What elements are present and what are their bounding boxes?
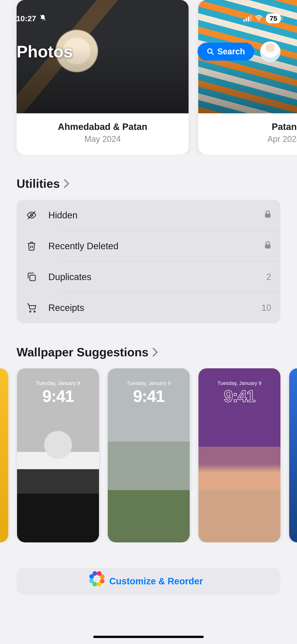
utility-row-recently-deleted[interactable]: Recently Deleted: [16, 230, 280, 262]
customize-label: Customize & Reorder: [109, 576, 203, 586]
wallpaper-card[interactable]: [0, 368, 8, 542]
utilities-header[interactable]: Utilities: [0, 177, 297, 190]
memory-subtitle: Apr 2024: [204, 134, 297, 144]
dnd-icon: [39, 14, 46, 23]
svg-rect-7: [265, 244, 270, 248]
wallpaper-card[interactable]: Tuesday, January 99:41: [198, 368, 280, 542]
memory-title: Patan: [204, 122, 297, 132]
wallpaper-date: Tuesday, January 9: [198, 380, 280, 386]
wallpaper-date: Tuesday, January 9: [17, 380, 99, 386]
status-bar: 10:27 75: [0, 0, 297, 37]
svg-point-9: [30, 311, 31, 312]
wallpaper-header[interactable]: Wallpaper Suggestions: [0, 345, 297, 359]
app-title: Photos: [16, 42, 73, 61]
svg-rect-6: [265, 214, 270, 218]
memory-subtitle: May 2024: [22, 134, 183, 144]
utility-count: 10: [262, 303, 271, 313]
svg-point-10: [34, 311, 35, 312]
search-label: Search: [217, 47, 245, 56]
memory-title: Ahmedabad & Patan: [22, 122, 183, 132]
utility-row-duplicates[interactable]: Duplicates 2: [16, 262, 280, 292]
svg-point-2: [208, 49, 212, 53]
utilities-list: Hidden Recently Deleted Duplicates 2 Rec…: [16, 200, 280, 323]
status-time: 10:27: [16, 14, 36, 23]
lock-icon: [264, 241, 271, 251]
wallpaper-time: 9:41: [198, 387, 280, 406]
utility-label: Receipts: [48, 303, 262, 313]
wallpaper-time: 9:41: [108, 387, 190, 406]
customize-reorder-button[interactable]: Customize & Reorder: [16, 568, 280, 594]
wallpaper-time: 9:41: [17, 387, 99, 406]
eye-slash-icon: [26, 210, 37, 220]
search-button[interactable]: Search: [198, 42, 254, 60]
status-left: 10:27: [16, 14, 46, 23]
trash-icon: [26, 241, 37, 251]
lock-icon: [264, 210, 271, 220]
home-indicator[interactable]: [93, 636, 204, 638]
utility-count: 2: [266, 272, 271, 282]
svg-point-1: [258, 20, 259, 21]
photos-flower-icon: [94, 576, 104, 586]
wallpaper-card[interactable]: Tuesday, January 99:41: [108, 368, 190, 542]
utility-label: Recently Deleted: [48, 241, 264, 251]
wallpaper-row[interactable]: Tuesday, January 99:41 Tuesday, January …: [0, 368, 297, 542]
svg-rect-8: [30, 275, 36, 281]
cellular-icon: [243, 15, 252, 22]
utility-row-hidden[interactable]: Hidden: [16, 200, 280, 230]
utilities-title: Utilities: [16, 177, 60, 190]
status-right: 75: [243, 14, 281, 23]
wallpaper-date: Tuesday, January 9: [108, 380, 190, 386]
wallpaper-card[interactable]: [289, 368, 297, 542]
utility-label: Duplicates: [48, 272, 266, 282]
battery-indicator: 75: [266, 14, 281, 23]
svg-line-3: [211, 52, 214, 54]
profile-avatar[interactable]: [260, 42, 280, 62]
wifi-icon: [255, 15, 263, 22]
utility-label: Hidden: [48, 210, 264, 220]
wallpaper-title: Wallpaper Suggestions: [16, 345, 148, 359]
duplicate-icon: [26, 272, 37, 282]
utility-row-receipts[interactable]: Receipts 10: [16, 292, 280, 323]
wallpaper-card[interactable]: Tuesday, January 99:41: [17, 368, 99, 542]
chevron-right-icon: [152, 348, 159, 357]
cart-icon: [26, 303, 37, 313]
chevron-right-icon: [63, 179, 70, 188]
header: Photos Search: [0, 42, 297, 62]
